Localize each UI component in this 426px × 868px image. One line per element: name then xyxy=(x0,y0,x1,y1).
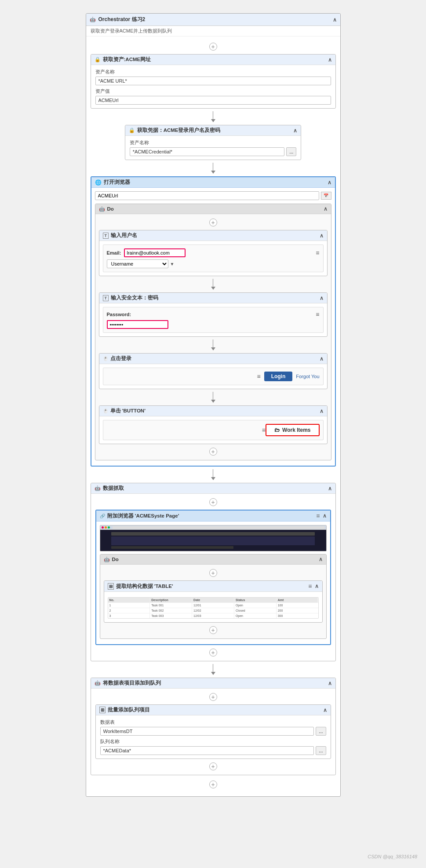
type-password-label: 输入安全文本：密码 xyxy=(111,295,158,301)
get-credential-collapse[interactable]: ∧ xyxy=(293,128,297,134)
login-hamburger-icon[interactable]: ≡ xyxy=(257,373,260,380)
login-preview-btn[interactable]: Login xyxy=(264,372,293,381)
connector-5 xyxy=(211,392,215,403)
add-activity-btn-top[interactable]: + xyxy=(209,43,217,51)
work-items-hamburger-icon[interactable]: ≡ xyxy=(262,427,266,434)
type-username-body: Email: ≡ Username xyxy=(99,241,327,276)
work-items-btn[interactable]: 🗁 Work Items xyxy=(266,424,319,436)
asset-value-input-1[interactable] xyxy=(95,96,331,105)
add-after-do2-btn[interactable]: + xyxy=(209,626,217,634)
do-block-body-2: + ⊞ 提取结构化数据 'TABLE' xyxy=(100,565,326,638)
data-table-dots-btn[interactable]: ... xyxy=(316,727,326,736)
add-in-do-btn[interactable]: + xyxy=(209,219,217,226)
do-block-collapse-2[interactable]: ∧ xyxy=(319,556,323,562)
open-browser-collapse[interactable]: ∧ xyxy=(328,179,331,186)
data-scraping-block: 🤖 数据抓取 ∧ + xyxy=(91,483,336,661)
pwd-hamburger-icon[interactable]: ≡ xyxy=(316,311,319,318)
click-login-title: 🖱️ 点击登录 xyxy=(103,355,131,362)
click-button-collapse[interactable]: ∧ xyxy=(320,408,324,414)
table-row-2: 2 Task 002 12/02 Closed 200 xyxy=(108,608,318,613)
thumb-nav xyxy=(111,532,315,536)
username-select[interactable]: Username xyxy=(107,259,168,268)
pwd-field-row: Password: ≡ xyxy=(107,311,320,318)
orchestrator-title-text: Orchestrator 练习2 xyxy=(98,16,146,23)
click-login-label: 点击登录 xyxy=(110,355,131,362)
username-select-row: Username ▼ xyxy=(107,259,320,268)
get-credential-body: 资产名称 ... xyxy=(125,136,301,160)
add-after-do-btn[interactable]: + xyxy=(209,448,217,456)
add-in-do2-btn[interactable]: + xyxy=(209,569,217,577)
attach-browser-title: 🔗 附加浏览器 'ACMESyste Page' xyxy=(100,513,179,519)
extract-data-collapse[interactable]: ∧ xyxy=(315,583,319,589)
connector-3 xyxy=(211,279,215,290)
type-password-collapse[interactable]: ∧ xyxy=(320,295,324,301)
extract-hamburger-icon[interactable]: ≡ xyxy=(308,583,312,590)
email-input[interactable] xyxy=(124,248,186,257)
open-browser-block: 🌐 打开浏览器 ∧ 📅 xyxy=(91,176,336,467)
connector-2 xyxy=(211,163,215,174)
attach-browser-collapse[interactable]: ∧ xyxy=(323,513,327,519)
click-login-collapse[interactable]: ∧ xyxy=(320,356,324,362)
add-to-queue-collapse[interactable]: ∧ xyxy=(328,680,332,686)
queue-name-input[interactable] xyxy=(100,746,314,755)
do-block-collapse-1[interactable]: ∧ xyxy=(324,206,328,212)
orchestrator-subtitle: 获取资产登录ACME并上传数据到队列 xyxy=(86,26,340,36)
th-desc: Description xyxy=(150,598,192,602)
forgot-link[interactable]: Forgot You xyxy=(296,374,319,379)
pwd-input-row xyxy=(107,320,320,329)
type-username-collapse[interactable]: ∧ xyxy=(320,233,324,239)
th-status: Status xyxy=(234,598,277,602)
bulk-add-body: 数据表 ... 队列名称 ... xyxy=(96,715,331,759)
click-button-header: 🖱️ 单击 'BUTTON' ∧ xyxy=(99,406,327,416)
asset-name-label-1: 资产名称 xyxy=(95,69,331,75)
type-password-body: Password: ≡ xyxy=(99,303,327,336)
credential-dots-btn[interactable]: ... xyxy=(286,147,296,156)
do-robot-icon: 🤖 xyxy=(99,206,105,212)
get-asset-url-header: 🔒 获取资产:ACME网址 ∧ xyxy=(91,55,335,65)
data-scraping-label: 数据抓取 xyxy=(103,485,124,492)
get-asset-url-collapse[interactable]: ∧ xyxy=(328,57,332,63)
bulk-add-collapse[interactable]: ∧ xyxy=(323,707,327,713)
click-button-title: 🖱️ 单击 'BUTTON' xyxy=(103,408,146,414)
credential-name-input[interactable] xyxy=(130,147,285,156)
email-field-row: Email: ≡ xyxy=(107,248,320,257)
pwd-label: Password: xyxy=(107,312,131,317)
asset-name-input-1[interactable] xyxy=(95,77,331,85)
connector-6 xyxy=(211,469,215,480)
add-to-queue-title: 🤖 将数据表项目添加到队列 xyxy=(95,680,161,686)
data-table-label: 数据表 xyxy=(100,719,326,726)
add-after-queue-btn[interactable]: + xyxy=(209,762,217,770)
add-in-datascraping-btn[interactable]: + xyxy=(209,498,217,506)
table-icon: ⊞ xyxy=(108,583,114,590)
click-icon-1: 🖱️ xyxy=(103,356,108,361)
th-date: Date xyxy=(192,598,234,602)
data-scraping-collapse[interactable]: ∧ xyxy=(328,485,332,492)
orchestrator-title: 🤖 Orchestrator 练习2 xyxy=(90,16,146,23)
attach-hamburger-icon[interactable]: ≡ xyxy=(316,512,320,519)
orchestrator-block: 🤖 Orchestrator 练习2 ∧ 获取资产登录ACME并上传数据到队列 … xyxy=(86,13,341,797)
table-thumb-header-row: No. Description Date Status Amt xyxy=(108,598,318,603)
add-after-datascraping-btn[interactable]: + xyxy=(209,649,217,656)
bulk-icon: ⊞ xyxy=(99,707,106,713)
get-asset-url-title: 🔒 获取资产:ACME网址 xyxy=(95,56,151,63)
do-block-2: 🤖 Do ∧ + xyxy=(100,554,327,639)
do-block-header-2: 🤖 Do ∧ xyxy=(100,554,326,565)
queue-name-dots-btn[interactable]: ... xyxy=(316,746,326,755)
type-password-title: T 输入安全文本：密码 xyxy=(103,295,159,301)
pwd-input[interactable] xyxy=(107,320,168,329)
do-block-body-1: + T 输入用户名 ∧ xyxy=(95,214,331,460)
add-in-queue-btn[interactable]: + xyxy=(209,693,217,701)
thumb-topbar xyxy=(100,525,326,530)
email-hamburger-icon[interactable]: ≡ xyxy=(316,249,319,256)
bulk-add-header: ⊞ 批量添加队列项目 ∧ xyxy=(96,705,331,715)
orchestrator-collapse-btn[interactable]: ∧ xyxy=(333,17,337,23)
data-table-input[interactable] xyxy=(100,727,314,736)
type-password-header: T 输入安全文本：密码 ∧ xyxy=(99,293,327,303)
url-input[interactable] xyxy=(95,191,319,200)
add-final-btn[interactable]: + xyxy=(209,780,217,788)
thumb-content xyxy=(100,530,326,551)
calendar-icon[interactable]: 📅 xyxy=(321,192,331,200)
browser-icon: 🌐 xyxy=(95,179,102,186)
orchestrator-header: 🤖 Orchestrator 练习2 ∧ xyxy=(86,14,340,26)
do-robot-icon-2: 🤖 xyxy=(104,557,110,562)
